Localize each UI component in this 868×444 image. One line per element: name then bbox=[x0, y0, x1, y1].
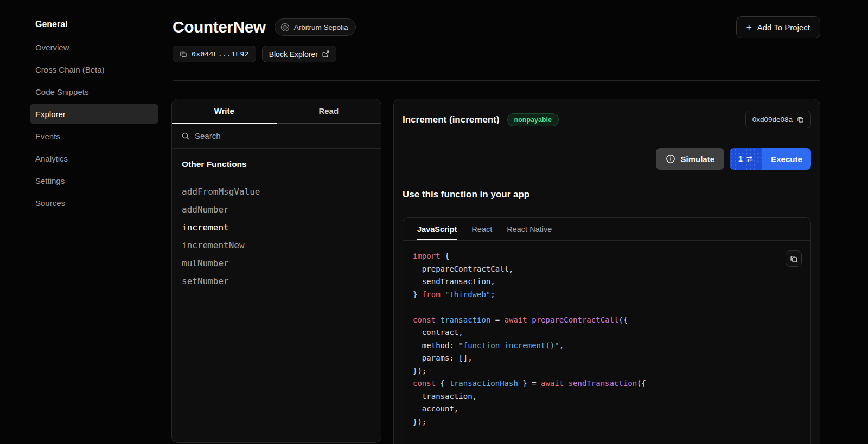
sidebar-item-cross-chain-beta[interactable]: Cross Chain (Beta) bbox=[30, 59, 158, 80]
code-line: }); bbox=[413, 365, 801, 378]
sidebar-item-analytics[interactable]: Analytics bbox=[30, 148, 158, 169]
block-explorer-button[interactable]: Block Explorer bbox=[262, 46, 336, 62]
search-input[interactable] bbox=[195, 131, 372, 140]
function-item-mulnumber[interactable]: mulNumber bbox=[182, 254, 371, 272]
network-icon bbox=[280, 23, 290, 32]
add-to-project-label: Add To Project bbox=[757, 23, 810, 32]
code-line: account, bbox=[413, 403, 801, 416]
sidebar-heading: General bbox=[30, 0, 158, 37]
execute-count-button[interactable]: 1 bbox=[730, 148, 762, 170]
code-line: } from "thirdweb"; bbox=[413, 288, 801, 301]
code-line: const { transactionHash } = await sendTr… bbox=[413, 377, 801, 390]
code-line: contract, bbox=[413, 326, 801, 339]
code-line: const transaction = await prepareContrac… bbox=[413, 314, 801, 327]
copy-icon bbox=[790, 255, 798, 263]
code-line: }); bbox=[413, 416, 801, 429]
main-content: CounterNew Arbitrum Sepolia + Add To Pro… bbox=[173, 0, 820, 444]
search-icon bbox=[181, 132, 190, 140]
functions-panel: WriteRead Other Functions addFromMsgValu… bbox=[171, 99, 381, 443]
code-card: JavaScriptReactReact Native import { pre… bbox=[403, 217, 811, 444]
code-line: prepareContractCall, bbox=[413, 263, 801, 276]
tab-write[interactable]: Write bbox=[172, 99, 277, 123]
code-line: sendTransaction, bbox=[413, 275, 801, 288]
swap-arrows-icon bbox=[746, 156, 754, 162]
simulate-label: Simulate bbox=[680, 155, 714, 164]
block-explorer-label: Block Explorer bbox=[269, 50, 318, 59]
function-search-row bbox=[172, 124, 381, 149]
execute-count: 1 bbox=[738, 155, 743, 163]
sidebar-item-sources[interactable]: Sources bbox=[30, 192, 158, 213]
header-divider bbox=[173, 80, 820, 81]
code-line: import { bbox=[413, 250, 801, 263]
sidebar-item-explorer[interactable]: Explorer bbox=[30, 104, 158, 124]
add-to-project-button[interactable]: + Add To Project bbox=[736, 16, 820, 38]
tab-read[interactable]: Read bbox=[277, 99, 381, 123]
usage-title: Use this function in your app bbox=[403, 189, 811, 200]
plus-icon: + bbox=[746, 23, 752, 32]
code-tab-react-native[interactable]: React Native bbox=[507, 218, 552, 240]
code-block: import { prepareContractCall, sendTransa… bbox=[403, 241, 810, 437]
sidebar-item-settings[interactable]: Settings bbox=[30, 170, 158, 191]
code-language-tabs: JavaScriptReactReact Native bbox=[403, 218, 810, 241]
copy-icon bbox=[180, 50, 187, 58]
function-detail-body: Simulate 1 Execute bbox=[394, 148, 820, 444]
function-title: Increment (increment) bbox=[403, 114, 500, 125]
info-icon bbox=[666, 154, 675, 164]
execute-button-group: 1 Execute bbox=[730, 148, 811, 170]
other-functions-section: Other Functions addFromMsgValueaddNumber… bbox=[172, 149, 381, 301]
page-title: CounterNew bbox=[173, 18, 266, 36]
function-list: addFromMsgValueaddNumberincrementincreme… bbox=[182, 183, 371, 290]
actions-row: Simulate 1 Execute bbox=[403, 148, 811, 170]
mutability-badge: nonpayable bbox=[507, 113, 559, 126]
network-badge[interactable]: Arbitrum Sepolia bbox=[275, 18, 356, 36]
function-detail-panel: Increment (increment) nonpayable 0xd09de… bbox=[393, 99, 820, 444]
code-line: params: [], bbox=[413, 352, 801, 365]
other-functions-title: Other Functions bbox=[182, 159, 371, 176]
copy-icon bbox=[797, 116, 804, 123]
simulate-button[interactable]: Simulate bbox=[656, 148, 724, 170]
contract-header: CounterNew Arbitrum Sepolia + Add To Pro… bbox=[173, 15, 820, 39]
contract-address: 0x044E...1E92 bbox=[192, 50, 249, 58]
sidebar-item-code-snippets[interactable]: Code Snippets bbox=[30, 81, 158, 102]
sidebar-item-events[interactable]: Events bbox=[30, 126, 158, 146]
code-tab-javascript[interactable]: JavaScript bbox=[417, 218, 457, 240]
sidebar-nav: OverviewCross Chain (Beta)Code SnippetsE… bbox=[30, 37, 158, 213]
sidebar-item-overview[interactable]: Overview bbox=[30, 37, 158, 57]
code-tab-react[interactable]: React bbox=[471, 218, 492, 240]
contract-address-chip[interactable]: 0x044E...1E92 bbox=[173, 46, 256, 62]
function-item-increment[interactable]: increment bbox=[182, 218, 371, 236]
sidebar: General OverviewCross Chain (Beta)Code S… bbox=[30, 0, 158, 215]
code-line: method: "function increment()", bbox=[413, 339, 801, 352]
execute-button[interactable]: Execute bbox=[762, 148, 811, 170]
usage-divider bbox=[403, 210, 811, 210]
function-item-incrementnew[interactable]: incrementNew bbox=[182, 236, 371, 254]
function-item-setnumber[interactable]: setNumber bbox=[182, 272, 371, 290]
contract-meta-row: 0x044E...1E92 Block Explorer bbox=[173, 46, 336, 62]
execute-label: Execute bbox=[771, 155, 802, 164]
function-selector-chip[interactable]: 0xd09de08a bbox=[745, 111, 811, 128]
network-badge-label: Arbitrum Sepolia bbox=[294, 23, 348, 31]
function-detail-header: Increment (increment) nonpayable 0xd09de… bbox=[394, 99, 820, 140]
external-link-icon bbox=[322, 50, 329, 57]
code-line: transaction, bbox=[413, 390, 801, 403]
code-line bbox=[413, 301, 801, 314]
copy-code-button[interactable] bbox=[786, 250, 802, 267]
read-write-tabs: WriteRead bbox=[172, 99, 381, 124]
function-selector: 0xd09de08a bbox=[752, 115, 793, 124]
function-item-addnumber[interactable]: addNumber bbox=[182, 201, 371, 218]
function-item-addfrommsgvalue[interactable]: addFromMsgValue bbox=[182, 183, 371, 201]
